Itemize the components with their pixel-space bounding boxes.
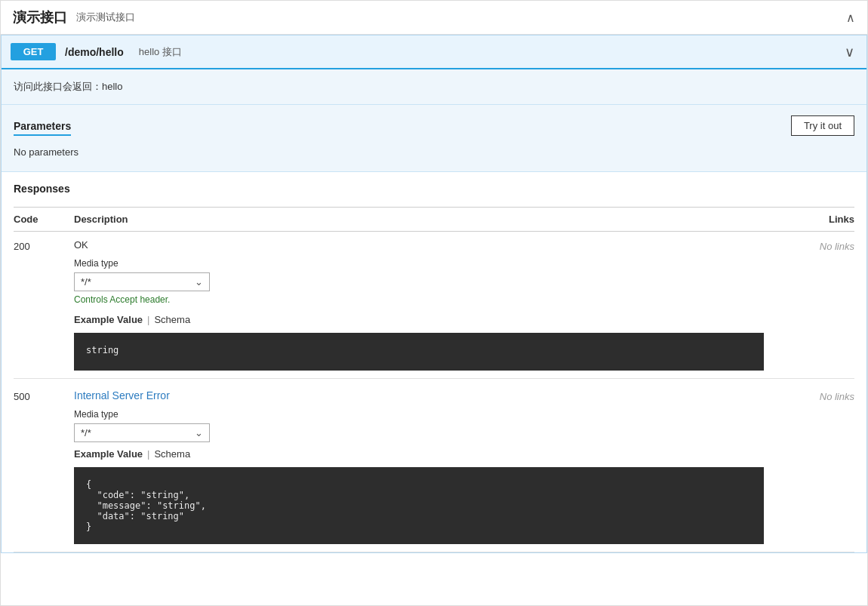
responses-section: Responses Code Description Links 200 OK …	[2, 172, 866, 552]
page-title: 演示接口	[13, 8, 67, 26]
page-subtitle: 演示测试接口	[76, 11, 135, 24]
example-value-tab-500[interactable]: Example Value	[74, 445, 143, 463]
page-container: 演示接口 演示测试接口 ∧ GET /demo/hello hello 接口 ∨…	[0, 0, 868, 606]
get-badge: GET	[11, 43, 56, 60]
section-header: Parameters Try it out	[14, 115, 854, 136]
code-block-500: { "code": "string", "message": "string",…	[74, 467, 764, 544]
collapse-icon[interactable]: ∧	[846, 11, 855, 25]
api-section: GET /demo/hello hello 接口 ∨ 访问此接口会返回：hell…	[1, 35, 867, 553]
response-table-header: Code Description Links	[14, 207, 854, 232]
tab-sep-500: |	[143, 445, 154, 463]
response-code-200: 200	[14, 239, 74, 252]
response-row-500: 500 Internal Server Error Media type */*…	[14, 379, 854, 552]
media-type-arrow-500: ⌄	[195, 427, 203, 438]
schema-tab-200[interactable]: Schema	[154, 311, 190, 328]
controls-accept-text: Controls Accept header.	[74, 294, 764, 305]
api-description: 访问此接口会返回：hello	[2, 69, 866, 105]
responses-title: Responses	[14, 183, 854, 201]
media-type-value-500: */*	[81, 427, 91, 438]
response-links-500: No links	[764, 389, 854, 402]
api-chevron-icon[interactable]: ∨	[833, 36, 866, 68]
response-ok-text: OK	[74, 239, 764, 251]
media-type-label-500: Media type	[74, 409, 764, 420]
col-desc-header: Description	[74, 214, 764, 225]
col-links-header: Links	[764, 214, 854, 225]
code-block-500-content: { "code": "string", "message": "string",…	[86, 479, 206, 532]
media-type-label-200: Media type	[74, 258, 764, 269]
api-description-text: 访问此接口会返回：hello	[14, 81, 122, 92]
response-desc-500: Internal Server Error Media type */* ⌄ E…	[74, 389, 764, 544]
tab-sep-200: |	[143, 311, 154, 328]
try-it-out-button[interactable]: Try it out	[791, 115, 854, 136]
media-type-select-500[interactable]: */* ⌄	[74, 423, 210, 442]
api-path-desc: hello 接口	[139, 45, 182, 59]
example-tabs-200: Example Value | Schema	[74, 311, 764, 328]
api-header-left: GET /demo/hello hello 接口	[2, 35, 833, 68]
response-desc-200: OK Media type */* ⌄ Controls Accept head…	[74, 239, 764, 371]
response-code-500: 500	[14, 389, 74, 402]
api-header-bar[interactable]: GET /demo/hello hello 接口 ∨	[2, 35, 866, 69]
response-links-200: No links	[764, 239, 854, 252]
code-block-200-content: string	[86, 345, 119, 355]
api-path: /demo/hello	[65, 46, 124, 58]
top-header-left: 演示接口 演示测试接口	[13, 8, 135, 26]
no-parameters-text: No parameters	[14, 143, 854, 161]
col-code-header: Code	[14, 214, 74, 225]
example-tabs-500: Example Value | Schema	[74, 445, 764, 463]
response-row-200: 200 OK Media type */* ⌄ Controls Accept …	[14, 232, 854, 379]
media-type-arrow-200: ⌄	[195, 276, 203, 288]
media-type-value-200: */*	[81, 276, 91, 288]
media-type-select-200[interactable]: */* ⌄	[74, 272, 210, 291]
top-header: 演示接口 演示测试接口 ∧	[1, 1, 867, 35]
example-value-tab-200[interactable]: Example Value	[74, 311, 143, 328]
parameters-title: Parameters	[14, 120, 71, 136]
response-error-text: Internal Server Error	[74, 389, 764, 401]
parameters-section: Parameters Try it out No parameters	[2, 105, 866, 172]
code-block-200: string	[74, 333, 764, 371]
schema-tab-500[interactable]: Schema	[154, 445, 190, 463]
